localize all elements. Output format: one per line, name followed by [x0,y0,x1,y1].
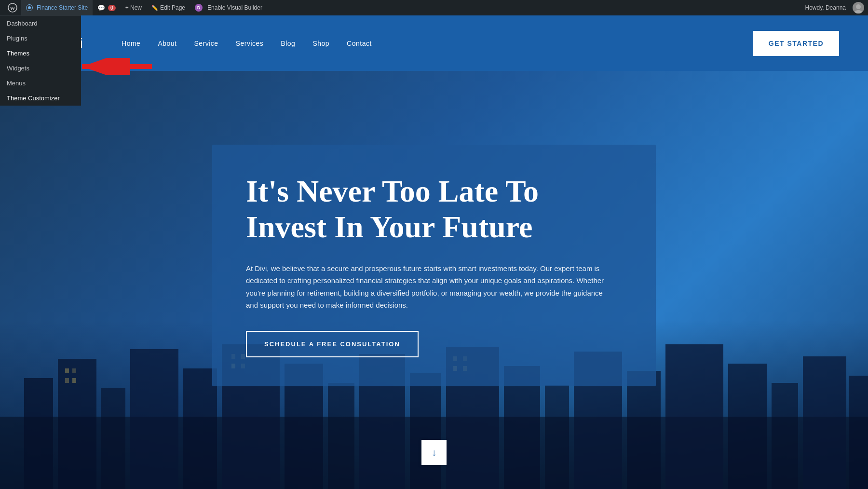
svg-rect-24 [728,364,767,489]
admin-bar: W Finance Starter Site 💬 0 + New ✏️ Edit… [0,0,868,15]
admin-bar-right: Howdy, Deanna [800,2,865,14]
edit-page-bar-item[interactable]: ✏️ Edit Page [147,0,190,15]
visual-builder-label: Enable Visual Builder [207,4,262,11]
svg-rect-29 [72,368,76,373]
nav-contact[interactable]: Contact [338,15,380,71]
avatar[interactable] [853,2,864,14]
svg-rect-22 [627,371,661,489]
get-started-button[interactable]: GET STARTED [753,31,839,56]
dashboard-menu-item[interactable]: Dashboard [0,16,81,31]
nav-about[interactable]: About [149,15,185,71]
svg-rect-20 [545,385,569,489]
schedule-consultation-button[interactable]: SCHEDULE A FREE CONSULTATION [246,331,419,357]
themes-menu-item[interactable]: Themes [0,46,81,61]
comments-count: 0 [108,5,116,11]
divi-icon: D [195,4,203,12]
menus-menu-item[interactable]: Menus [0,76,81,91]
chevron-down-icon: ↓ [432,447,436,458]
edit-page-label: Edit Page [160,4,185,11]
svg-rect-11 [130,349,178,489]
scroll-down-button[interactable]: ↓ [421,440,447,465]
svg-rect-23 [665,344,723,489]
red-arrow-icon [77,58,154,75]
howdy-text: Howdy, Deanna [800,4,851,11]
svg-point-3 [856,4,861,9]
svg-rect-8 [24,378,53,489]
nav-services[interactable]: Services [227,15,272,71]
comment-icon: 💬 [97,4,105,12]
plugins-menu-item[interactable]: Plugins [0,31,81,46]
svg-point-2 [28,6,31,9]
site-nav: Home About Service Services Blog Shop Co… [113,15,753,71]
svg-rect-12 [183,368,217,489]
new-bar-item[interactable]: + New [121,0,147,15]
hero-content-box: It's Never Too Late To Invest In Your Fu… [212,145,656,386]
site-name-label: Finance Starter Site [37,4,88,11]
comments-bar-item[interactable]: 💬 0 [93,0,121,15]
svg-rect-28 [65,368,69,373]
svg-rect-17 [410,373,441,489]
theme-customizer-menu-item[interactable]: Theme Customizer [0,91,81,106]
nav-blog[interactable]: Blog [272,15,304,71]
edit-icon: ✏️ [151,5,158,11]
hero-title: It's Never Too Late To Invest In Your Fu… [246,174,622,244]
wp-logo[interactable]: W [4,0,21,15]
svg-rect-10 [101,388,125,489]
appearance-dropdown-menu: Dashboard Plugins Themes Widgets Menus T… [0,15,81,106]
hero-description: At Divi, we believe that a secure and pr… [246,262,612,312]
hero-section: It's Never Too Late To Invest In Your Fu… [0,71,868,489]
arrow-annotation [77,58,154,75]
site-name-bar-item[interactable]: Finance Starter Site [21,0,93,15]
svg-rect-15 [328,383,354,489]
widgets-menu-item[interactable]: Widgets [0,61,81,76]
svg-rect-27 [849,376,868,489]
svg-rect-25 [772,383,798,489]
svg-rect-9 [58,359,96,489]
nav-service[interactable]: Service [185,15,227,71]
svg-point-4 [854,10,862,14]
new-label: + New [125,4,142,11]
visual-builder-bar-item[interactable]: D Enable Visual Builder [190,0,267,15]
svg-rect-26 [803,356,846,489]
svg-rect-30 [65,378,69,383]
svg-text:W: W [10,5,15,11]
svg-rect-31 [72,378,76,383]
nav-shop[interactable]: Shop [304,15,338,71]
